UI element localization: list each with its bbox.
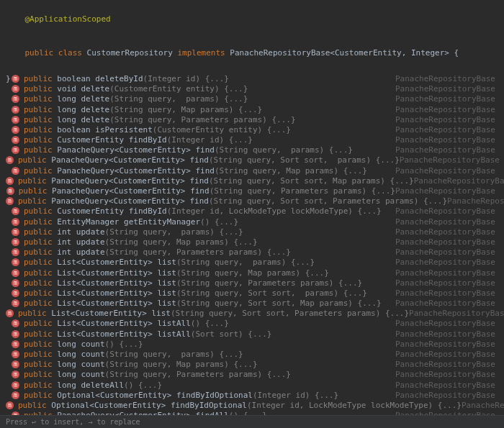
- fold-marker[interactable]: {...}: [133, 381, 162, 390]
- method-row[interactable]: mpublic PanacheQuery<CustomerEntity> fin…: [4, 176, 500, 186]
- fold-marker[interactable]: {...}: [353, 299, 382, 308]
- fold-marker[interactable]: {...}: [262, 370, 291, 379]
- method-row[interactable]: mpublic List<CustomerEntity> list(String…: [4, 298, 500, 308]
- method-row[interactable]: mpublic long count(String query, params)…: [4, 349, 500, 359]
- fold-marker[interactable]: {...}: [366, 186, 395, 196]
- override-method-icon[interactable]: m: [6, 177, 14, 185]
- fold-marker[interactable]: {...}: [380, 309, 409, 318]
- override-method-icon[interactable]: m: [12, 330, 19, 338]
- fold-marker[interactable]: {...}: [114, 340, 143, 349]
- fold-marker[interactable]: {...}: [229, 237, 258, 247]
- method-row[interactable]: mpublic int update(String query, Map par…: [4, 237, 500, 247]
- override-method-icon[interactable]: m: [12, 269, 19, 277]
- fold-marker[interactable]: {...}: [338, 288, 367, 298]
- method-row[interactable]: mpublic long delete(String query, params…: [4, 94, 500, 104]
- method-row[interactable]: mpublic long delete(String query, Parame…: [4, 114, 500, 124]
- method-row[interactable]: mpublic long count() {...}PanacheReposit…: [4, 339, 500, 349]
- override-method-icon[interactable]: m: [6, 187, 14, 195]
- override-method-icon[interactable]: m: [12, 289, 19, 297]
- override-method-icon[interactable]: m: [12, 299, 19, 307]
- method-row[interactable]: mpublic PanacheQuery<CustomerEntity> fin…: [4, 196, 500, 206]
- method-row[interactable]: mpublic long count(String query, Map par…: [4, 360, 500, 370]
- override-method-icon[interactable]: m: [12, 279, 19, 287]
- override-method-icon[interactable]: m: [12, 218, 19, 226]
- method-row[interactable]: mpublic Optional<CustomerEntity> findByI…: [4, 400, 500, 410]
- fold-marker[interactable]: {...}: [267, 115, 296, 124]
- override-method-icon[interactable]: m: [6, 197, 14, 205]
- fold-marker[interactable]: {...}: [200, 319, 229, 328]
- method-row[interactable]: mpublic int update(String query, Paramet…: [4, 247, 500, 258]
- fold-marker[interactable]: {...}: [210, 217, 238, 227]
- fold-marker[interactable]: {...}: [338, 166, 367, 176]
- override-method-icon[interactable]: m: [12, 319, 19, 327]
- override-method-icon[interactable]: m: [12, 370, 19, 378]
- method-row[interactable]: mpublic List<CustomerEntity> list(String…: [4, 278, 500, 288]
- method-row[interactable]: mpublic List<CustomerEntity> listAll() {…: [4, 319, 500, 329]
- override-method-icon[interactable]: m: [12, 85, 19, 93]
- fold-marker[interactable]: {...}: [220, 84, 248, 94]
- fold-marker[interactable]: {...}: [353, 206, 382, 216]
- override-method-icon[interactable]: m: [12, 391, 19, 399]
- override-method-icon[interactable]: m: [12, 116, 19, 124]
- method-row[interactable]: mpublic List<CustomerEntity> list(String…: [4, 309, 500, 319]
- override-method-icon[interactable]: m: [12, 248, 19, 256]
- method-row[interactable]: mpublic long deleteAll() {...}PanacheRep…: [4, 380, 500, 390]
- override-method-icon[interactable]: m: [12, 360, 19, 368]
- method-row[interactable]: mpublic void delete(CustomerEntity entit…: [4, 84, 500, 94]
- override-method-icon[interactable]: m: [12, 207, 19, 215]
- method-row[interactable]: mpublic PanacheQuery<CustomerEntity> fin…: [4, 145, 500, 155]
- fold-marker[interactable]: {...}: [333, 278, 362, 288]
- override-method-icon[interactable]: m: [12, 167, 19, 175]
- override-method-icon[interactable]: m: [12, 75, 19, 83]
- method-row[interactable]: }mpublic boolean deleteById(Integer id) …: [4, 73, 500, 83]
- fold-marker[interactable]: {...}: [324, 145, 353, 155]
- fold-marker[interactable]: {...}: [215, 350, 243, 359]
- override-method-icon[interactable]: m: [12, 95, 19, 103]
- fold-marker[interactable]: {...}: [310, 391, 338, 400]
- override-method-icon[interactable]: m: [12, 350, 19, 358]
- method-row[interactable]: mpublic long delete(String query, Map pa…: [4, 104, 500, 114]
- override-method-icon[interactable]: m: [12, 136, 19, 144]
- fold-marker[interactable]: {...}: [224, 135, 253, 145]
- override-method-icon[interactable]: m: [12, 340, 19, 348]
- fold-marker[interactable]: {...}: [385, 176, 414, 186]
- fold-marker[interactable]: {...}: [286, 258, 315, 267]
- fold-marker[interactable]: {...}: [215, 227, 243, 237]
- fold-marker[interactable]: {...}: [220, 94, 248, 104]
- override-method-icon[interactable]: m: [12, 126, 19, 134]
- method-row[interactable]: mpublic List<CustomerEntity> listAll(Sor…: [4, 329, 500, 339]
- override-method-icon[interactable]: m: [6, 309, 14, 317]
- method-row[interactable]: mpublic EntityManager getEntityManager()…: [4, 217, 500, 227]
- method-row[interactable]: mpublic boolean isPersistent(CustomerEnt…: [4, 124, 500, 135]
- override-method-icon[interactable]: m: [6, 156, 14, 164]
- fold-marker[interactable]: {...}: [300, 268, 329, 278]
- fold-marker[interactable]: {...}: [371, 155, 400, 165]
- fold-marker[interactable]: {...}: [433, 401, 462, 410]
- override-method-icon[interactable]: m: [12, 381, 19, 389]
- fold-marker[interactable]: {...}: [243, 329, 272, 339]
- fold-marker[interactable]: {...}: [262, 247, 291, 257]
- fold-marker[interactable]: {...}: [262, 125, 291, 135]
- fold-marker[interactable]: {...}: [200, 74, 229, 83]
- method-row[interactable]: mpublic List<CustomerEntity> list(String…: [4, 258, 500, 268]
- method-row[interactable]: mpublic PanacheQuery<CustomerEntity> fin…: [4, 155, 500, 165]
- fold-marker[interactable]: {...}: [233, 105, 262, 114]
- method-row[interactable]: mpublic int update(String query, params)…: [4, 227, 500, 237]
- method-row[interactable]: mpublic PanacheQuery<CustomerEntity> fin…: [4, 165, 500, 176]
- override-method-icon[interactable]: m: [6, 401, 14, 409]
- fold-marker[interactable]: {...}: [418, 196, 447, 206]
- override-method-icon[interactable]: m: [12, 258, 19, 266]
- method-row[interactable]: mpublic Optional<CustomerEntity> findByI…: [4, 390, 500, 400]
- override-method-icon[interactable]: m: [12, 228, 19, 236]
- method-row[interactable]: mpublic List<CustomerEntity> list(String…: [4, 288, 500, 298]
- method-row[interactable]: mpublic PanacheQuery<CustomerEntity> fin…: [4, 186, 500, 196]
- method-row[interactable]: mpublic long count(String query, Paramet…: [4, 370, 500, 380]
- override-method-icon[interactable]: m: [12, 146, 19, 154]
- override-method-icon[interactable]: m: [12, 106, 19, 114]
- method-row[interactable]: mpublic CustomerEntity findById(Integer …: [4, 135, 500, 145]
- code-editor[interactable]: @ApplicationScoped public class Customer…: [0, 0, 504, 428]
- override-method-icon[interactable]: m: [12, 238, 19, 246]
- method-row[interactable]: mpublic CustomerEntity findById(Integer …: [4, 206, 500, 217]
- method-row[interactable]: mpublic List<CustomerEntity> list(String…: [4, 268, 500, 278]
- fold-marker[interactable]: {...}: [229, 360, 258, 369]
